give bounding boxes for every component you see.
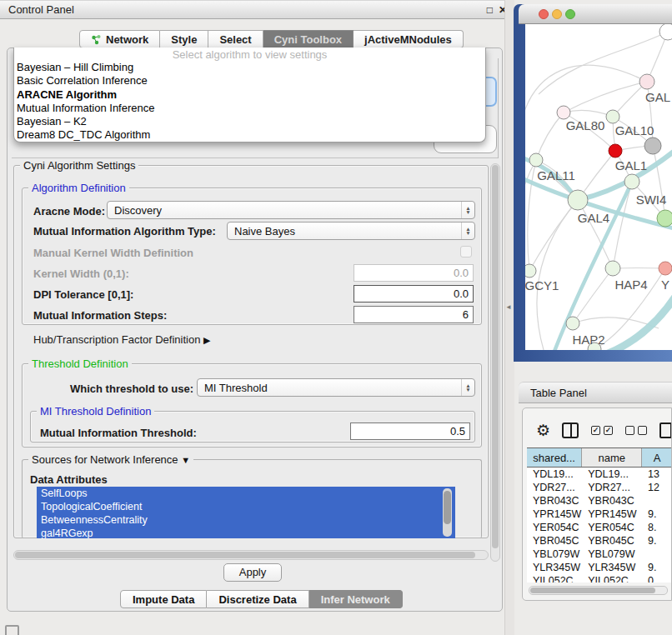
mi-threshold-label: Mutual Information Threshold: [40, 427, 197, 439]
node-hap4[interactable] [605, 261, 620, 276]
table-row[interactable]: YBL079WYBL079W [527, 548, 672, 561]
mi-algorithm-type-combobox[interactable]: Naive Bayes ▲▼ [227, 222, 475, 240]
node-gal1-selected[interactable] [609, 144, 622, 158]
tab-jactivemnodules[interactable]: jActiveMNodules [354, 30, 464, 48]
close-traffic-icon[interactable] [539, 9, 549, 19]
tab-select[interactable]: Select [208, 30, 263, 48]
attribute-item[interactable]: BetweennessCentrality [37, 513, 455, 527]
collapse-down-icon[interactable]: ▼ [181, 455, 190, 465]
algorithm-option[interactable]: Bayesian – K2 [14, 115, 485, 128]
network-window-titlebar[interactable] [519, 4, 672, 24]
table-row[interactable]: YER054CYER054C8. [527, 521, 672, 534]
select-all-icon[interactable]: ✓✓ [591, 426, 613, 435]
tab-cyni-toolbox[interactable]: Cyni Toolbox [263, 30, 354, 48]
bottom-tabs: Impute Data Discretize Data Infer Networ… [120, 590, 403, 608]
combo-arrows-icon: ▲▼ [461, 202, 474, 218]
control-panel-title: Control Panel [8, 3, 74, 16]
node-label: Y [661, 278, 669, 292]
combo-arrows-icon: ▲▼ [461, 379, 474, 396]
table-row[interactable]: YDR27...YDR27...12 [527, 481, 672, 494]
float-window-icon[interactable]: □ [487, 4, 493, 16]
dpi-tolerance-label: DPI Tolerance [0,1]: [33, 288, 133, 301]
minimize-traffic-icon[interactable] [552, 9, 562, 19]
mi-algorithm-type-label: Mutual Information Algorithm Type: [33, 225, 216, 238]
table-horizontal-scrollbar[interactable] [529, 586, 668, 595]
kernel-width-field[interactable]: 0.0 [354, 264, 474, 282]
node-gcy1[interactable] [525, 264, 536, 278]
node-table: shared... name A YDL19...YDL19...13 YDR2… [527, 448, 672, 582]
aracne-mode-combobox[interactable]: Discovery ▲▼ [107, 201, 475, 219]
node-gray[interactable] [644, 138, 661, 154]
attribute-list-scrollbar[interactable] [443, 488, 452, 537]
algorithm-option[interactable]: Bayesian – Hill Climbing [14, 61, 485, 74]
deselect-all-icon[interactable] [625, 426, 647, 435]
hub-definition-toggle[interactable]: Hub/Transcription Factor Definition ▶ [33, 333, 210, 346]
status-bar-icon[interactable] [5, 625, 19, 635]
data-attributes-list[interactable]: SelfLoops TopologicalCoefficient Between… [37, 487, 455, 538]
control-panel-tabs: Network Style Select Cyni Toolbox jActiv… [79, 30, 464, 48]
network-canvas[interactable]: GAL GAL80 GAL10 GAL1 GAL11 SWI4 GAL4 GCY… [525, 24, 672, 350]
tab-infer-network[interactable]: Infer Network [309, 590, 403, 608]
gear-icon[interactable]: ⚙ [536, 421, 550, 440]
node-label: SWI4 [636, 192, 667, 207]
node-gal10[interactable] [606, 110, 619, 123]
attribute-item[interactable]: SelfLoops [37, 487, 455, 500]
expand-right-icon[interactable]: ▶ [203, 335, 210, 345]
mi-threshold-field[interactable]: 0.5 [350, 422, 470, 440]
manual-kernel-width-label: Manual Kernel Width Definition [33, 247, 193, 259]
node-label: HAP2 [572, 332, 604, 347]
table-row[interactable]: YBR045CYBR045C9. [527, 534, 672, 548]
network-icon [91, 34, 102, 45]
split-columns-icon[interactable] [562, 422, 579, 438]
column-header[interactable]: A [642, 448, 672, 467]
node-label: GAL80 [566, 118, 605, 132]
collapse-arrow-icon[interactable]: ◄ [505, 303, 512, 311]
algorithm-option[interactable]: Basic Correlation Inference [14, 74, 485, 88]
cyni-settings-title: Cyni Algorithm Settings [20, 159, 138, 172]
algorithm-option[interactable]: Dream8 DC_TDC Algorithm [14, 128, 485, 142]
app-root: Control Panel □ ✕ Network Style Select C… [0, 0, 672, 635]
table-row[interactable]: YIL052CYIL052C0. [527, 574, 672, 582]
settings-vertical-scrollbar[interactable] [490, 163, 500, 562]
table-row[interactable]: YLR345WYLR345W9. [527, 561, 672, 574]
export-table-icon[interactable] [659, 422, 672, 438]
tab-impute-data[interactable]: Impute Data [120, 590, 207, 608]
algorithm-option-selected[interactable]: ARACNE Algorithm [14, 88, 485, 102]
table-row[interactable]: YDL19...YDL19...13 [527, 468, 672, 481]
aracne-mode-label: Aracne Mode: [33, 205, 105, 218]
attribute-item[interactable]: gal4RGexp [37, 527, 455, 538]
attribute-item[interactable]: TopologicalCoefficient [37, 500, 455, 513]
node-gal4[interactable] [568, 190, 588, 210]
sources-title[interactable]: Sources for Network Inference ▼ [28, 453, 193, 466]
tab-style[interactable]: Style [160, 30, 208, 48]
tab-discretize-data[interactable]: Discretize Data [207, 590, 308, 608]
column-header[interactable]: name [582, 448, 642, 467]
node-green[interactable] [657, 210, 672, 227]
table-row[interactable]: YPR145WYPR145W9. [527, 508, 672, 521]
zoom-traffic-icon[interactable] [565, 9, 575, 19]
table-panel-body: ⚙ ✓✓ shared... name A YDL19...YDL19...13… [522, 408, 672, 601]
apply-button[interactable]: Apply [223, 563, 282, 582]
threshold-definition-title: Threshold Definition [28, 358, 132, 370]
node-gal80[interactable] [557, 106, 570, 119]
which-threshold-combobox[interactable]: MI Threshold ▲▼ [197, 378, 475, 397]
table-header: shared... name A [527, 448, 672, 468]
table-row[interactable]: YBR043CYBR043C [527, 494, 672, 508]
mi-steps-label: Mutual Information Steps: [33, 309, 167, 322]
node[interactable] [659, 24, 672, 40]
manual-kernel-width-checkbox[interactable] [460, 246, 472, 258]
dpi-tolerance-field[interactable]: 0.0 [354, 285, 474, 302]
which-threshold-label: Which threshold to use: [70, 382, 193, 395]
node-gal[interactable] [639, 74, 654, 89]
settings-horizontal-scrollbar[interactable] [13, 550, 489, 560]
column-header[interactable]: shared... [527, 448, 582, 467]
node-hap2[interactable] [566, 317, 579, 330]
mi-steps-field[interactable]: 6 [354, 306, 474, 323]
algorithm-option[interactable]: Mutual Information Inference [14, 102, 485, 115]
groupbox-edge-bottom [12, 158, 498, 158]
data-attributes-label: Data Attributes [30, 473, 108, 486]
node-gal11[interactable] [529, 153, 543, 167]
node-salmon[interactable] [659, 262, 672, 275]
node-swi4[interactable] [624, 174, 639, 189]
tab-network[interactable]: Network [79, 30, 160, 48]
